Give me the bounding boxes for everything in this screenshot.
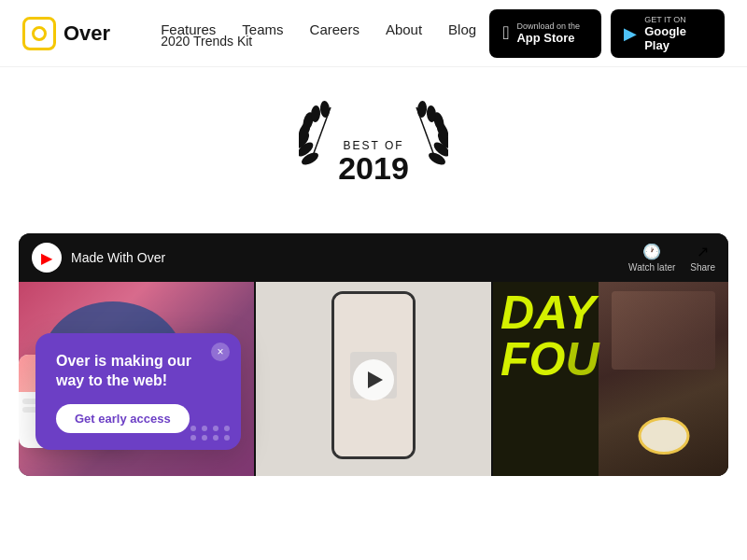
- navbar: Over Features Teams Careers About Blog 2…: [0, 0, 747, 67]
- app-store-sub: Download on the: [516, 21, 580, 31]
- dot: [190, 426, 196, 431]
- thumbnail-2: [256, 282, 491, 476]
- early-access-button[interactable]: Get early access: [56, 404, 190, 433]
- dot: [202, 435, 207, 441]
- share-icon: ↗: [697, 243, 709, 260]
- youtube-logo: ▶: [32, 243, 62, 273]
- app-store-button[interactable]:  Download on the App Store: [489, 9, 601, 58]
- dot: [202, 426, 207, 431]
- food-plate: [612, 291, 715, 370]
- video-actions: 🕐 Watch later ↗ Share: [628, 243, 715, 273]
- watch-later-button[interactable]: 🕐 Watch later: [628, 243, 675, 273]
- play-triangle-icon: [368, 371, 383, 388]
- laurel-wreath-svg: BEST OF 2019: [299, 93, 448, 215]
- thumbnail-3: DAYFOU: [493, 282, 728, 476]
- logo-text: Over: [63, 21, 110, 46]
- svg-point-6: [319, 101, 331, 119]
- popup-close-button[interactable]: ×: [211, 343, 230, 361]
- dot: [224, 435, 230, 441]
- nav-extra-link[interactable]: 2020 Trends Kit: [148, 34, 489, 49]
- video-header: ▶ Made With Over 🕐 Watch later ↗ Share: [19, 233, 728, 282]
- youtube-icon: ▶: [41, 249, 52, 267]
- nav-links-group: Features Teams Careers About Blog 2020 T…: [148, 18, 489, 49]
- popup-decorative-dots: [190, 426, 232, 441]
- day-fou-text: DAYFOU: [500, 289, 599, 383]
- badge-wrap: BEST OF 2019: [299, 93, 448, 215]
- google-play-sub: GET IT ON: [644, 15, 712, 24]
- google-play-icon: ▶: [624, 23, 637, 44]
- logo[interactable]: Over: [22, 17, 110, 50]
- egg-shape: [638, 417, 689, 455]
- dot: [213, 426, 218, 431]
- app-store-texts: Download on the App Store: [516, 21, 580, 45]
- popup-banner: × Over is making our way to the web! Get…: [35, 333, 241, 450]
- share-button[interactable]: ↗ Share: [690, 243, 715, 273]
- app-store-main: App Store: [516, 31, 580, 45]
- popup-title: Over is making our way to the web!: [56, 352, 220, 391]
- google-play-button[interactable]: ▶ GET IT ON Google Play: [611, 9, 725, 58]
- share-label: Share: [690, 262, 715, 273]
- dot: [190, 435, 196, 441]
- video-section: ▶ Made With Over 🕐 Watch later ↗ Share: [19, 233, 728, 476]
- svg-point-14: [416, 101, 428, 119]
- logo-icon: [22, 17, 56, 50]
- watch-later-label: Watch later: [628, 262, 675, 273]
- google-play-texts: GET IT ON Google Play: [644, 15, 712, 52]
- hero-section: BEST OF 2019: [0, 67, 747, 233]
- apple-icon: : [502, 22, 509, 44]
- dot: [213, 435, 218, 441]
- video-title: Made With Over: [71, 250, 165, 265]
- clock-icon: 🕐: [642, 243, 661, 260]
- dot: [224, 426, 230, 431]
- svg-text:2019: 2019: [338, 150, 409, 186]
- logo-icon-inner: [32, 26, 47, 41]
- food-photo: [599, 282, 728, 476]
- play-button[interactable]: [353, 359, 394, 400]
- store-buttons:  Download on the App Store ▶ GET IT ON …: [489, 9, 725, 58]
- google-play-main: Google Play: [644, 24, 712, 52]
